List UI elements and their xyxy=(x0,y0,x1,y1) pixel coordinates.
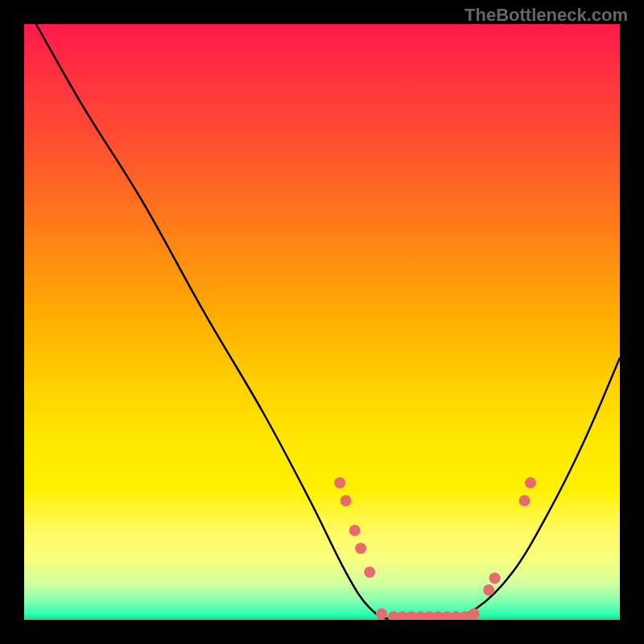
data-point xyxy=(364,567,375,578)
chart-plot-area xyxy=(24,24,620,620)
data-point xyxy=(341,495,352,506)
data-point xyxy=(483,584,494,596)
bottleneck-curve xyxy=(36,24,620,620)
data-point xyxy=(355,543,366,554)
data-point xyxy=(334,477,345,489)
data-point xyxy=(525,477,536,489)
data-points-group xyxy=(334,477,536,620)
data-point xyxy=(489,572,501,584)
data-point xyxy=(469,609,480,620)
data-point xyxy=(376,609,387,620)
data-point xyxy=(349,525,361,536)
data-point xyxy=(519,495,530,506)
chart-svg xyxy=(24,24,620,620)
watermark-text: TheBottleneck.com xyxy=(464,5,628,26)
